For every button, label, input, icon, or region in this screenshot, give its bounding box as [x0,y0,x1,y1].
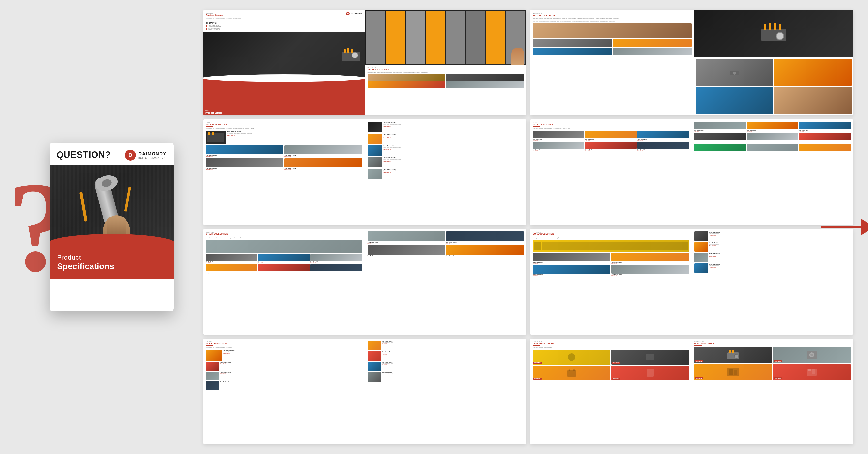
sofa-p1: Your Product Name Price: $50.00 [533,253,610,264]
chair-collection-right: Your Product Name Price: $50.00 Your Pro… [365,229,527,334]
promo-item-1: 50% SAVE [694,347,772,363]
logo-mini-name: DAIMONDY [351,13,362,14]
tsofa-product-list: Your Product Name Price: $50.00 Your Pro… [206,362,362,390]
sofa-title: SOFA COLLECTION [533,233,689,235]
chair-underbar [206,236,213,236]
logo-text: DAIMONDY BETTER INNOVATION [138,152,167,159]
brand-name: DAIMONDY [138,152,167,157]
right-catalog-section: Multipurpose Product Catalog D DAIMONDY … [193,0,868,454]
arrow-head [861,218,868,236]
sofa-collection-left: EXCLUSIVE SOFA COLLECTION Lorem ipsum do… [530,229,692,334]
welcome-wide-img [533,23,692,38]
trendy-r-prod-1: Your Product Name Price: $50.00 [694,122,746,132]
svg-rect-14 [769,23,771,30]
right-grid-img-3 [696,87,774,114]
brand-tagline: BETTER INNOVATION [138,157,167,159]
chair-big-4: Your Product Name Price: $50.00 [446,245,524,258]
trendy-chair-left: TRENDY EXCLUSIVE CHAIR Lorem ipsum dolor… [530,120,692,225]
svg-point-30 [734,354,738,358]
logo-mini-icon: D [346,12,350,15]
trendy-product-grid: Your Product Name Price: $50.00 Your Pro… [533,131,689,152]
promo-item-4: 50% SAVE [773,364,850,380]
contact-item-3: Web: www.daimondy.com [206,28,362,29]
featured-product: Your Product Name Lorem ipsum dolor sit … [206,131,362,144]
prod-row-3: Your Product Name Lorem ipsum dolor sit … [368,145,524,156]
welcome-extra-text: Lorem ipsum dolor sit amet consectetur a… [533,21,692,22]
spec-label: Specifications [57,261,166,271]
product-label: Product [57,254,166,261]
promo-title: DISCOUNT OFFER [694,343,851,345]
save-money-left: SAVE MONEY DESIGNING DREAM Lorem ipsum d… [530,338,692,444]
save-badge-1: 50% SAVE [533,362,541,364]
svg-rect-23 [212,132,214,135]
sofa-p2: Your Product Name Price: $50.00 [611,253,689,264]
tsofa-row-1: Your Product Name Price: $50.00 [206,362,362,371]
svg-rect-4 [106,217,126,236]
svg-point-33 [810,354,813,356]
trendy-sofa-left: TRENDY SOFA COLLECTION Lorem ipsum dolor… [204,338,365,444]
chair-wide-img [206,240,362,253]
svg-point-11 [352,52,358,58]
catalog-row-4: TRENDY SOFA COLLECTION Lorem ipsum dolor… [204,338,853,444]
promo-badge-3: 50% SAVE [695,378,703,380]
save-badge-2: 50% SAVE [612,362,620,364]
chair-p1: Your Product Name Price: $50.00 [206,254,257,263]
sofa-collection-right: Your Product Name Lorem ipsum dolor sit … [692,229,854,334]
welcome-left-desc: Lorem ipsum dolor sit amet consectetur a… [533,18,692,19]
chair-p3: Your Product Name Price: $50.00 [310,254,362,263]
svg-rect-26 [573,368,575,371]
prod-row-2: Your Product Name Lorem ipsum dolor sit … [368,134,524,144]
right-grid-img-4 [774,87,851,114]
tools-grid-right [694,10,854,116]
chair-right-big-grid: Your Product Name Price: $50.00 Your Pro… [368,231,524,258]
tsofa-underbar [206,346,213,346]
cover-card: QUESTION? D DAIMONDY BETTER INNOVATION [50,143,174,311]
product-spec-text: Product Specifications [57,254,166,271]
trendy-prod-4: Your Product Name Price: $50.00 [533,141,584,152]
promo-badge-1: 50% SAVE [695,360,703,362]
trendy-r2-prod-3: Your Product Name Price: $50.00 [799,144,850,154]
sofa-row-4: Your Product Name Lorem ipsum dolor sit … [694,263,851,273]
chair-title: CHAIR COLLECTION [206,233,362,235]
svg-rect-28 [729,350,731,353]
tsofa-r-row-1: Your Product Name Lorem ipsum dolor sit … [368,341,524,350]
tsofa-r-row-4: Your Product Name Lorem ipsum dolor sit … [368,372,524,382]
prod-row-4: Your Product Name Lorem ipsum dolor sit … [368,157,524,167]
save-items: 50% SAVE 50% SAVE [533,350,689,380]
catalog-spread-3-1: EXCLUSIVE CHAIR COLLECTION Lorem ipsum d… [204,229,526,334]
tsofa-featured: Your Product Name Lorem ipsum dolor sit … [206,350,362,361]
best-selling-left: TOP & BEST SELLING PRODUCT Lorem ipsum d… [204,120,365,225]
catalog-row-1: Multipurpose Product Catalog D DAIMONDY … [204,10,853,116]
prod-price-2: Price: $50.00 [284,156,362,157]
right-grid-img-1 [696,59,774,86]
product-item-1: Your Product Name Price: $50.00 [206,145,283,157]
contact-section: CONTACT US Phone: +1 234 567 890 Email: … [204,22,365,31]
tsofa-desc: Lorem ipsum dolor sit amet consectetur a… [206,347,362,349]
title-underbar [206,126,213,127]
save-title: DESIGNING DREAM [533,343,689,345]
contact-dot-2 [206,26,207,27]
catalog-spread-2-1: TOP & BEST SELLING PRODUCT Lorem ipsum d… [204,120,526,225]
sofa-row-2: Your Product Name Lorem ipsum dolor sit … [694,242,851,252]
mini-cover-catalog: Product Catalog [205,111,363,114]
logo-icon: D [125,150,136,161]
trendy-r2-prod-1: Your Product Name Price: $50.00 [694,144,746,154]
chair-p6: Your Product Name Price: $50.00 [310,264,362,273]
save-item-2: 50% SAVE [611,350,689,364]
welcome-grid-img-2 [613,39,692,47]
trendy-sofa-right: Your Product Name Lorem ipsum dolor sit … [365,338,527,444]
trendy-title: EXCLUSIVE CHAIR [533,123,689,126]
svg-rect-35 [729,369,733,375]
save-badge-4: 50% SAVE [612,378,620,380]
contact-dot-3 [206,28,207,29]
trendy-r-prod-3: Your Product Name Price: $50.00 [799,122,850,132]
welcome-left-title: PRODUCT CATALOG [533,14,692,17]
catalog-page-tools-right: WELCOME TO PRODUCT CATALOG Lorem ipsum d… [365,10,527,116]
welcome-grid-img-1 [533,39,612,47]
right-grid-img-2 [774,59,851,86]
chair-collection-left: EXCLUSIVE CHAIR COLLECTION Lorem ipsum d… [204,229,365,334]
sofa-p4: Your Product Name Price: $50.00 [611,265,689,276]
svg-rect-25 [569,368,570,371]
best-desc: Lorem ipsum dolor sit amet consectetur a… [206,128,362,129]
feat-name: Your Product Name [227,131,362,132]
